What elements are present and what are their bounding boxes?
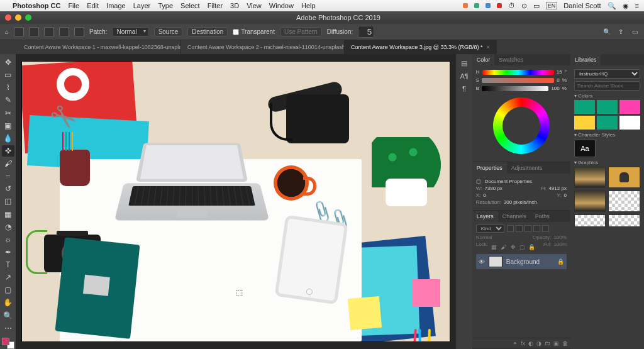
charstyles-section[interactable]: ▾ Character Styles <box>574 132 640 138</box>
history-brush-tool[interactable]: ↺ <box>2 183 14 194</box>
eraser-tool[interactable]: ◫ <box>2 196 14 207</box>
blur-tool[interactable]: ◔ <box>2 221 14 233</box>
transparent-checkbox[interactable]: Transparent <box>233 28 275 35</box>
lock-pixels-icon[interactable]: 🖌 <box>500 243 508 251</box>
visibility-icon[interactable]: 👁 <box>479 258 485 265</box>
source-button[interactable]: Source <box>154 27 183 36</box>
mask-icon[interactable]: ◐ <box>528 340 533 346</box>
menu-window[interactable]: Window <box>269 2 294 9</box>
menu-extra-icon[interactable]: ≡ <box>635 2 639 9</box>
new-layer-icon[interactable]: ▣ <box>553 340 559 346</box>
share-icon[interactable]: ⇪ <box>616 28 625 36</box>
tab-adjustments[interactable]: Adjustments <box>507 162 547 174</box>
library-graphic[interactable] <box>574 191 606 212</box>
library-swatch[interactable] <box>619 100 640 114</box>
selection-mode-add-icon[interactable] <box>44 27 54 37</box>
library-swatch[interactable] <box>597 116 618 130</box>
tab-paths[interactable]: Paths <box>531 211 554 222</box>
fx-icon[interactable]: fx <box>521 340 525 346</box>
eyedropper-tool[interactable]: 💧 <box>2 133 14 144</box>
edit-toolbar[interactable]: ⋯ <box>2 323 14 334</box>
library-graphic[interactable] <box>574 167 606 188</box>
lock-all-icon[interactable]: 🔒 <box>528 243 536 251</box>
library-search-input[interactable] <box>574 81 640 91</box>
dodge-tool[interactable]: ☼ <box>2 234 14 245</box>
quick-select-tool[interactable]: ✎ <box>2 94 14 106</box>
app-name[interactable]: Photoshop CC <box>13 2 60 9</box>
color-wheel[interactable] <box>493 97 550 154</box>
document-tab[interactable]: Content Aware Workspace 1 - maxwell-kapp… <box>18 40 181 54</box>
menu-edit[interactable]: Edit <box>87 2 99 9</box>
tool-preset-icon[interactable] <box>14 27 24 37</box>
menu-view[interactable]: View <box>247 2 262 9</box>
bri-slider[interactable] <box>482 86 548 91</box>
menu-filter[interactable]: Filter <box>208 2 223 9</box>
selection-mode-intersect-icon[interactable] <box>74 27 84 37</box>
marquee-tool[interactable]: ▭ <box>2 69 14 80</box>
hand-tool[interactable]: ✋ <box>2 297 14 308</box>
filter-smart-icon[interactable] <box>542 225 549 232</box>
lasso-tool[interactable]: ⌇ <box>2 82 14 93</box>
library-dropdown[interactable]: InstructorHQ <box>574 69 640 79</box>
menu-image[interactable]: Image <box>106 2 126 9</box>
menu-layer[interactable]: Layer <box>133 2 151 9</box>
brush-tool[interactable]: 🖌 <box>2 158 14 169</box>
selection-mode-new-icon[interactable] <box>29 27 39 37</box>
colors-section[interactable]: ▾ Colors <box>574 93 640 99</box>
library-swatch[interactable] <box>597 100 618 114</box>
spotlight-icon[interactable]: 🔍 <box>608 2 616 10</box>
menu-file[interactable]: File <box>68 2 79 9</box>
library-graphic[interactable] <box>608 167 640 188</box>
stamp-tool[interactable]: ⎓ <box>2 170 14 182</box>
link-layers-icon[interactable]: ⚭ <box>513 340 518 346</box>
close-tab-icon[interactable]: × <box>486 44 489 50</box>
adjustment-icon[interactable]: ◑ <box>536 340 541 346</box>
frame-tool[interactable]: ▣ <box>2 120 14 131</box>
patch-mode-dropdown[interactable]: Normal <box>112 27 148 36</box>
selection-mode-subtract-icon[interactable] <box>59 27 69 37</box>
graphics-section[interactable]: ▾ Graphics <box>574 160 640 165</box>
crop-tool[interactable]: ✂ <box>2 108 14 119</box>
menu-type[interactable]: Type <box>158 2 173 9</box>
library-swatch[interactable] <box>574 100 595 114</box>
use-pattern-button[interactable]: Use Pattern <box>280 27 322 36</box>
layer-thumbnail[interactable] <box>489 256 502 267</box>
filter-pixel-icon[interactable] <box>507 225 514 232</box>
shape-tool[interactable]: ▢ <box>2 284 14 296</box>
canvas[interactable]: ✂ 📎📎 ⬚ <box>22 62 450 341</box>
patch-tool[interactable]: ✜ <box>2 145 14 157</box>
gradient-tool[interactable]: ▦ <box>2 209 14 220</box>
menu-select[interactable]: Select <box>180 2 200 9</box>
character-panel-icon[interactable]: A¶ <box>460 72 468 80</box>
library-swatch[interactable] <box>574 116 595 130</box>
hue-slider[interactable] <box>482 70 554 75</box>
path-tool[interactable]: ↗ <box>2 272 14 283</box>
history-panel-icon[interactable]: ▤ <box>461 59 467 67</box>
maximize-window-icon[interactable] <box>25 14 31 21</box>
sat-slider[interactable] <box>482 78 554 83</box>
zoom-tool[interactable]: 🔍 <box>2 310 14 321</box>
library-graphic[interactable] <box>608 191 640 212</box>
lock-trans-icon[interactable]: ▦ <box>491 243 498 251</box>
user-name[interactable]: Daniel Scott <box>564 2 601 9</box>
home-icon[interactable]: ⌂ <box>5 28 9 35</box>
workspace-icon[interactable]: ▭ <box>630 28 639 36</box>
layer-filter-kind[interactable]: Kind <box>476 224 504 233</box>
tab-libraries[interactable]: Libraries <box>570 54 601 65</box>
tab-properties[interactable]: Properties <box>472 162 507 174</box>
library-swatch[interactable] <box>619 116 640 130</box>
move-tool[interactable]: ✥ <box>2 57 14 68</box>
pen-tool[interactable]: ✒ <box>2 247 14 258</box>
lock-position-icon[interactable]: ✥ <box>509 243 517 251</box>
lock-artboard-icon[interactable]: ▢ <box>519 243 526 251</box>
filter-shape-icon[interactable] <box>533 225 540 232</box>
cc-icon[interactable]: ◉ <box>623 2 629 10</box>
filter-type-icon[interactable] <box>525 225 531 232</box>
library-graphic[interactable] <box>608 214 640 227</box>
layer-row[interactable]: 👁 Background 🔒 <box>476 254 567 269</box>
char-style-item[interactable]: Aa <box>574 140 596 157</box>
tab-channels[interactable]: Channels <box>498 211 531 222</box>
destination-button[interactable]: Destination <box>187 27 228 36</box>
group-icon[interactable]: 🗀 <box>545 340 550 346</box>
document-tab[interactable]: Content Aware Workspace 3.jpg @ 33.3% (R… <box>345 40 497 54</box>
